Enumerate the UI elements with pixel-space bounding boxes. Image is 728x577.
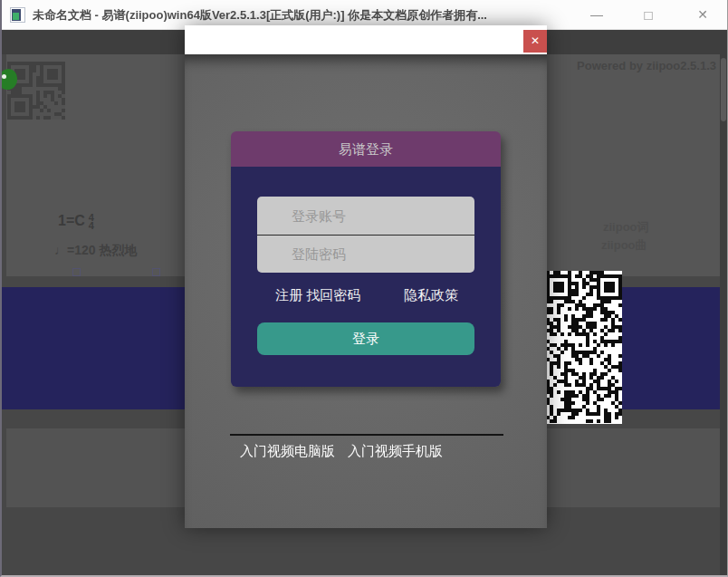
window-close-button[interactable]: ✕ [687, 0, 718, 30]
login-panel-body: 注册 找回密码 隐私政策 登录 [231, 167, 501, 387]
dialog-header-strip [185, 25, 547, 54]
app-window: 未命名文档 - 易谱(ziipoo)win64版Ver2.5.1.3[正式版(用… [0, 0, 728, 577]
login-inputs [257, 197, 474, 273]
vertical-scrollbar[interactable] [720, 54, 727, 577]
auxiliary-links: 注册 找回密码 隐私政策 [257, 287, 474, 304]
measure-box [72, 268, 81, 276]
measure-box [152, 268, 160, 276]
login-dialog: ✕ 易谱登录 注册 找回密码 隐私政策 登录 入门视频 [185, 25, 547, 528]
wechat-qr-code [546, 271, 622, 424]
password-input[interactable] [257, 235, 474, 273]
minimize-button[interactable]: — [581, 0, 612, 30]
maximize-button[interactable]: □ [633, 0, 664, 30]
score-qr-code [7, 62, 65, 120]
login-panel: 易谱登录 注册 找回密码 隐私政策 登录 [231, 131, 501, 387]
login-button[interactable]: 登录 [257, 322, 474, 355]
scrollbar-thumb[interactable] [721, 58, 726, 121]
footer-divider [230, 434, 503, 436]
dialog-close-button[interactable]: ✕ [523, 30, 547, 53]
music-credit: ziipoo曲 [601, 237, 647, 254]
tempo-marking: ♩=120 热烈地 [54, 243, 137, 259]
powered-by-text: Powered by ziipoo2.5.1.3 [577, 59, 716, 72]
dialog-body: 易谱登录 注册 找回密码 隐私政策 登录 入门视频电脑版 入门视频手机版 [185, 54, 547, 528]
intro-video-links: 入门视频电脑版 入门视频手机版 [160, 443, 522, 460]
register-recover-link[interactable]: 注册 找回密码 [275, 287, 360, 304]
lyrics-credit: ziipoo词 [603, 219, 649, 236]
wechat-qr-panel [546, 271, 622, 424]
intro-video-mobile-link[interactable]: 入门视频手机版 [348, 443, 443, 458]
app-logo-icon [10, 7, 25, 23]
login-panel-title: 易谱登录 [231, 131, 501, 167]
intro-video-pc-link[interactable]: 入门视频电脑版 [240, 443, 335, 458]
key-signature: 1=C44 [58, 213, 94, 230]
privacy-policy-link[interactable]: 隐私政策 [404, 287, 458, 304]
account-input[interactable] [257, 197, 474, 235]
